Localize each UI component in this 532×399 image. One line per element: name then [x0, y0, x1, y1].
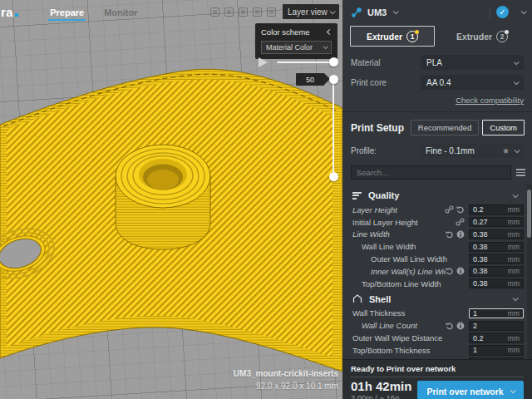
recommended-mode-button[interactable]: Recommended [411, 120, 479, 135]
extruder-tabs: Extruder 1 Extruder 2 [342, 22, 532, 52]
view-icon-3[interactable] [239, 7, 248, 17]
extruder-label: Extruder [367, 32, 402, 42]
search-row [342, 162, 532, 185]
print-core-row: Print core AA 0.4 [342, 72, 532, 92]
revert-icon[interactable] [456, 205, 465, 214]
info-icon[interactable] [456, 267, 465, 275]
profile-value: Fine - 0.1mm [426, 146, 475, 155]
setting-row[interactable]: Outer Wall Inset 0 mm [342, 357, 532, 359]
info-icon[interactable] [456, 230, 465, 239]
machine-header[interactable]: UM3 ✓ [342, 0, 532, 22]
color-scheme-dropdown[interactable]: Material Color [261, 41, 332, 54]
setting-label: Initial Layer Height [352, 218, 456, 227]
path-slider-track[interactable] [277, 62, 335, 63]
setting-row[interactable]: Layer Height 0.2 mm [342, 204, 532, 216]
setting-row[interactable]: Top/Bottom Thickness 1 mm [342, 344, 532, 357]
setting-value-field[interactable]: 0.38 mm [469, 278, 524, 289]
setting-value-field[interactable]: 1 mm [469, 345, 524, 356]
viewport-3d[interactable]: ra PrepareMonitor Layer view Color schem… [0, 0, 342, 399]
setting-value-field[interactable]: 0.2 mm [469, 204, 524, 215]
info-icon[interactable] [456, 322, 465, 330]
scrollbar-track[interactable] [527, 185, 532, 359]
extruder-tab-2[interactable]: Extruder 2 [440, 26, 525, 47]
settings-list[interactable]: Quality Layer Height 0.2 mmInitial Layer… [342, 185, 532, 359]
setting-row[interactable]: Wall Line Width 0.38 mm [342, 240, 532, 253]
setting-row[interactable]: Wall Thickness 1 mm [342, 308, 532, 320]
setting-unit: mm [508, 358, 520, 359]
setting-value-field[interactable]: 1 mm [469, 308, 524, 319]
view-icon-5[interactable] [267, 7, 276, 17]
revert-icon[interactable] [446, 230, 454, 239]
section-header-quality[interactable]: Quality [342, 186, 532, 204]
setting-value: 0.38 [473, 279, 508, 288]
view-mode-dropdown[interactable]: Layer view [283, 4, 339, 19]
chevron-down-icon [393, 8, 399, 14]
material-dropdown[interactable]: PLA [421, 55, 524, 70]
revert-icon[interactable] [446, 322, 454, 330]
setting-row[interactable]: Top/Bottom Line Width 0.38 mm [342, 278, 532, 290]
setting-value-field[interactable]: 2 [469, 321, 524, 332]
layer-number-value: 50 [306, 76, 314, 84]
layer-slider-top-handle[interactable] [329, 75, 338, 84]
setting-value: 0.38 [473, 267, 508, 275]
sliced-model[interactable] [0, 0, 342, 399]
shell-icon [352, 294, 362, 303]
setting-unit: mm [508, 346, 520, 354]
setting-row[interactable]: Outer Wall Wipe Distance 0.2 mm [342, 332, 532, 344]
material-usage-estimate: 2.00m / ~ 16g [351, 393, 411, 399]
setting-row[interactable]: Wall Line Count 2 [342, 319, 532, 332]
layer-slider-bottom-handle[interactable] [329, 172, 338, 181]
setting-unit: mm [508, 243, 520, 251]
revert-icon[interactable] [446, 267, 454, 275]
view-icon-1[interactable] [210, 7, 219, 17]
separator [490, 7, 490, 18]
setting-label: Line Width [352, 229, 446, 239]
setup-mode-switch: RecommendedCustom [411, 120, 525, 135]
divider [351, 377, 524, 377]
view-icon-4[interactable] [253, 7, 262, 17]
setting-value-field[interactable]: 0.38 mm [469, 266, 524, 277]
setting-value-field[interactable]: 0.38 mm [469, 229, 524, 240]
model-info: UM3_mount-crickit-inserts 92.0 x 92.0 x … [234, 369, 338, 391]
quality-icon [352, 192, 362, 200]
view-icon-2[interactable] [224, 7, 234, 17]
section-header-shell[interactable]: Shell [342, 290, 532, 308]
layer-slider-track[interactable] [332, 79, 334, 177]
setting-value-field[interactable]: 0.27 mm [469, 217, 524, 228]
setting-unit: mm [508, 267, 520, 275]
setting-unit: mm [508, 309, 520, 318]
setting-row[interactable]: Inner Wall(s) Line Width 0.38 mm [342, 265, 532, 278]
connection-check-icon[interactable]: ✓ [496, 6, 509, 18]
print-button-label: Print over network [426, 387, 503, 397]
tab-monitor[interactable]: Monitor [94, 1, 147, 22]
setting-value-field[interactable]: 0 mm [469, 357, 524, 359]
view-mode-label: Layer view [288, 7, 328, 17]
setting-label: Wall Line Width [352, 242, 465, 251]
settings-menu-icon[interactable] [516, 169, 525, 176]
setting-row[interactable]: Initial Layer Height 0.27 mm [342, 216, 532, 229]
chevron-down-icon[interactable] [521, 8, 527, 14]
settings-search-input[interactable] [351, 165, 511, 180]
setting-row[interactable]: Outer Wall Line Width 0.38 mm [342, 253, 532, 265]
play-button[interactable] [259, 57, 268, 67]
scrollbar-thumb[interactable] [527, 190, 531, 238]
profile-dropdown[interactable]: Fine - 0.1mm ★ [421, 143, 524, 158]
setting-value-field[interactable]: 0.38 mm [469, 242, 524, 253]
model-cylinder[interactable] [116, 145, 210, 249]
setting-unit: mm [508, 334, 520, 342]
path-slider-handle[interactable] [329, 57, 338, 66]
check-compatibility-link[interactable]: Check compatibility [456, 96, 524, 105]
extruder-tab-1[interactable]: Extruder 1 [350, 26, 435, 47]
link-icon [456, 218, 465, 226]
collapse-icon[interactable] [327, 29, 332, 35]
setting-value: 0.2 [473, 205, 508, 214]
setting-value: 0.38 [473, 243, 508, 251]
setting-value-field[interactable]: 0.38 mm [469, 254, 524, 264]
custom-mode-button[interactable]: Custom [482, 120, 525, 135]
print-core-dropdown[interactable]: AA 0.4 [421, 75, 524, 90]
print-over-network-button[interactable]: Print over network [417, 381, 524, 399]
tab-prepare[interactable]: Prepare [40, 1, 94, 22]
setting-row[interactable]: Line Width 0.38 mm [342, 229, 532, 241]
setting-value-field[interactable]: 0.2 mm [469, 332, 524, 343]
chevron-down-icon [514, 59, 520, 65]
